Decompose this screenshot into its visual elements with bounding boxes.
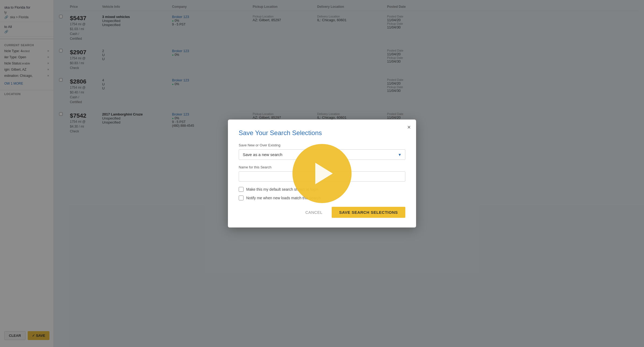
- save-search-modal: × Save Your Search Selections Save New o…: [228, 120, 416, 227]
- notify-checkbox[interactable]: [239, 196, 244, 200]
- cancel-button[interactable]: CANCEL: [300, 207, 328, 218]
- save-search-button[interactable]: SAVE SEARCH SELECTIONS: [332, 207, 405, 218]
- play-icon: [315, 163, 333, 184]
- modal-title: Save Your Search Selections: [239, 129, 405, 137]
- play-button[interactable]: [292, 144, 352, 203]
- modal-close-button[interactable]: ×: [407, 124, 411, 130]
- default-search-checkbox[interactable]: [239, 187, 244, 192]
- modal-actions: CANCEL SAVE SEARCH SELECTIONS: [239, 207, 405, 218]
- modal-overlay: × Save Your Search Selections Save New o…: [0, 0, 644, 347]
